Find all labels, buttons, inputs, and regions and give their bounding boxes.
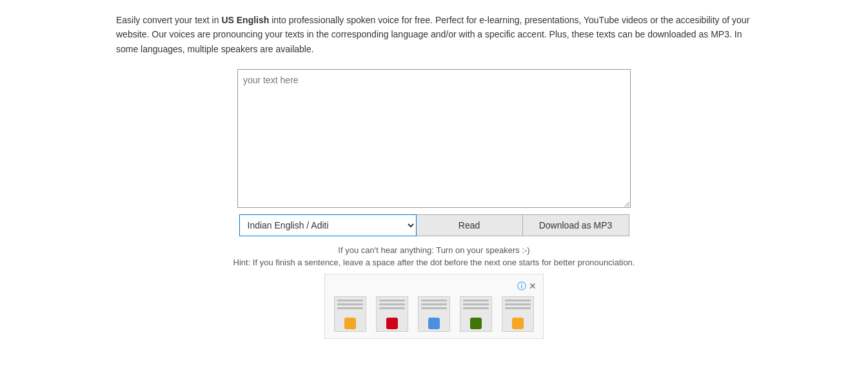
ad-doc-badge bbox=[386, 318, 398, 329]
ad-doc-line bbox=[463, 307, 489, 309]
ad-doc-thumbnail bbox=[376, 296, 408, 332]
controls-row: Indian English / Aditi US English / Joan… bbox=[116, 214, 752, 236]
ad-doc-line bbox=[463, 303, 489, 305]
ad-doc-line bbox=[379, 300, 405, 301]
text-input[interactable] bbox=[237, 69, 631, 208]
ad-doc-line bbox=[421, 300, 447, 301]
ad-doc-line bbox=[421, 303, 447, 305]
ad-doc-line bbox=[505, 307, 531, 309]
pronunciation-hint: Hint: If you finish a sentence, leave a … bbox=[116, 258, 752, 267]
ad-info-icon[interactable]: ⓘ bbox=[517, 281, 526, 292]
ad-doc-line bbox=[505, 300, 531, 301]
ad-doc-badge bbox=[470, 318, 482, 329]
ad-doc-badge bbox=[428, 318, 440, 329]
ad-doc-line bbox=[337, 307, 363, 309]
ad-close-icon[interactable]: ✕ bbox=[529, 281, 537, 292]
textarea-wrapper bbox=[116, 69, 752, 208]
ad-doc-line bbox=[505, 303, 531, 305]
ad-doc-line bbox=[337, 303, 363, 305]
read-button[interactable]: Read bbox=[417, 214, 523, 236]
ad-container: ⓘ ✕ bbox=[116, 274, 752, 339]
ad-item bbox=[334, 296, 366, 332]
voice-select[interactable]: Indian English / Aditi US English / Joan… bbox=[239, 214, 417, 236]
download-mp3-button[interactable]: Download as MP3 bbox=[523, 214, 629, 236]
ad-item bbox=[502, 296, 534, 332]
ad-item bbox=[376, 296, 408, 332]
ad-items bbox=[331, 296, 537, 332]
ad-doc-thumbnail bbox=[418, 296, 450, 332]
ad-doc-thumbnail bbox=[334, 296, 366, 332]
description-text: Easily convert your text in US English i… bbox=[116, 13, 752, 56]
ad-doc-line bbox=[337, 300, 363, 301]
ad-doc-line bbox=[379, 307, 405, 309]
ad-doc-badge bbox=[344, 318, 356, 329]
speakers-hint: If you can't hear anything: Turn on your… bbox=[116, 245, 752, 255]
ad-item bbox=[418, 296, 450, 332]
ad-box: ⓘ ✕ bbox=[324, 274, 544, 339]
ad-doc-line bbox=[421, 307, 447, 309]
ad-doc-thumbnail bbox=[502, 296, 534, 332]
ad-item bbox=[460, 296, 492, 332]
ad-doc-badge bbox=[512, 318, 524, 329]
ad-doc-line bbox=[463, 300, 489, 301]
ad-doc-thumbnail bbox=[460, 296, 492, 332]
ad-doc-line bbox=[379, 303, 405, 305]
ad-top-icons: ⓘ ✕ bbox=[331, 281, 537, 292]
